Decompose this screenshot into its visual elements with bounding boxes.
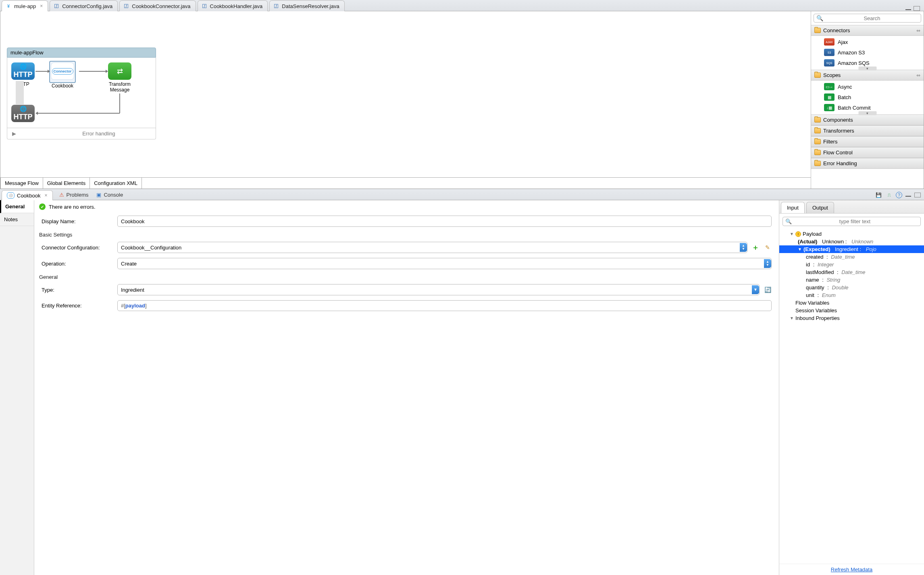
metadata-tab-output[interactable]: Output: [806, 202, 834, 213]
palette-item-batch[interactable]: ▦ Batch: [823, 92, 924, 102]
tree-field-lastmodified[interactable]: lastModified : Date_time: [783, 268, 920, 276]
display-name-input[interactable]: [117, 216, 772, 227]
add-config-button[interactable]: ＋: [751, 243, 760, 251]
tab-datasense-resolver[interactable]: 🄹 DataSenseResolver.java: [269, 0, 344, 11]
error-handling-section[interactable]: ▶ Error handling: [7, 128, 156, 139]
palette-category-flow-control[interactable]: Flow Control: [811, 147, 924, 158]
metadata-panel: Input Output 🔍 ▼ ! Payload (Actual) Unkn…: [779, 200, 924, 575]
tree-node-actual[interactable]: (Actual) Unknown : Unknown: [783, 238, 920, 245]
entity-ref-input[interactable]: #[payload]: [117, 300, 772, 311]
flow-canvas[interactable]: mule-appFlow 🌐HTTP HTTP Connector: [0, 11, 811, 189]
metadata-filter[interactable]: 🔍: [782, 217, 921, 226]
type-select[interactable]: Ingredient ▼: [117, 284, 760, 295]
category-label: Connectors: [823, 27, 850, 33]
category-label: Scopes: [823, 72, 841, 78]
tab-cookbook-connector[interactable]: 🄹 CookbookConnector.java: [119, 0, 196, 11]
tree-field-created[interactable]: created : Date_time: [783, 253, 920, 261]
row-type: Type: Ingredient ▼ 🔄: [39, 284, 772, 295]
collapse-icon[interactable]: ▼: [790, 232, 794, 236]
connector-icon: Connector: [51, 62, 74, 80]
select-arrows-icon: ▲▼: [740, 243, 747, 252]
processor-transform[interactable]: ⇄ Transform Message: [108, 62, 131, 93]
vtab-general[interactable]: General: [0, 200, 34, 213]
tree-node-flow-vars[interactable]: Flow Variables: [783, 299, 920, 307]
folder-icon: [814, 73, 821, 78]
operation-label: Operation:: [39, 261, 113, 267]
more-items-indicator[interactable]: ▾: [858, 111, 876, 115]
palette-search-input[interactable]: [826, 15, 918, 21]
row-connector-config: Connector Configuration: Cookbook__Confi…: [39, 242, 772, 253]
category-label: Error Handling: [823, 160, 857, 166]
metadata-tree: ▼ ! Payload (Actual) Unknown : Unknown ▼…: [779, 229, 924, 564]
save-icon[interactable]: 💾: [875, 191, 882, 199]
tab-label: mule-app: [14, 3, 36, 9]
processor-http-response[interactable]: 🌐HTTP: [11, 105, 35, 124]
tree-field-id[interactable]: id : Integer: [783, 261, 920, 268]
palette-category-filters[interactable]: Filters: [811, 136, 924, 147]
maximize-icon[interactable]: [914, 6, 920, 11]
close-icon[interactable]: ×: [45, 193, 48, 198]
help-icon[interactable]: ?: [896, 192, 902, 198]
tab-cookbook-handler[interactable]: 🄹 CookbookHandler.java: [198, 0, 268, 11]
tab-message-flow[interactable]: Message Flow: [0, 178, 43, 189]
minimize-icon[interactable]: [905, 7, 911, 10]
tree-node-session-vars[interactable]: Session Variables: [783, 307, 920, 314]
tab-mule-app[interactable]: ¥ mule-app ×: [2, 0, 48, 11]
refresh-type-button[interactable]: 🔄: [764, 286, 772, 294]
tree-node-inbound-props[interactable]: ▼Inbound Properties: [783, 314, 920, 322]
view-tab-cookbook[interactable]: ⚪ Cookbook ×: [2, 190, 53, 200]
tab-label: ConnectorConfig.java: [62, 3, 112, 9]
lower-views: ⚪ Cookbook × ⚠ Problems ▣ Console 💾 ⎍ ? …: [0, 189, 924, 575]
tab-global-elements[interactable]: Global Elements: [43, 178, 90, 189]
palette-item-async[interactable]: ▭→ Async: [823, 81, 924, 92]
category-label: Flow Control: [823, 149, 853, 156]
problems-icon: ⚠: [59, 192, 64, 198]
vtab-notes[interactable]: Notes: [0, 213, 34, 226]
refresh-metadata-link[interactable]: Refresh Metadata: [831, 567, 872, 573]
tree-field-unit[interactable]: unit : Enum: [783, 291, 920, 299]
tab-configuration-xml[interactable]: Configuration XML: [90, 178, 142, 189]
more-items-indicator[interactable]: ▾: [858, 66, 876, 71]
operation-select[interactable]: Create ▲▼: [117, 258, 772, 269]
collapse-icon[interactable]: ▼: [798, 247, 802, 251]
palette-item-amazon-s3[interactable]: S3 Amazon S3: [823, 47, 924, 58]
palette-item-ajax[interactable]: AJAX Ajax: [823, 37, 924, 47]
palette-category-scopes[interactable]: Scopes ⇔: [811, 70, 924, 81]
folder-icon: [814, 117, 821, 122]
metadata-filter-input[interactable]: [792, 218, 918, 224]
palette-category-transformers[interactable]: Transformers: [811, 125, 924, 136]
tree-node-payload[interactable]: ▼ ! Payload: [783, 230, 920, 238]
metadata-tab-input[interactable]: Input: [781, 202, 805, 213]
close-icon[interactable]: ×: [40, 3, 43, 9]
tree-field-name[interactable]: name : String: [783, 276, 920, 284]
palette-category-components[interactable]: Components: [811, 114, 924, 125]
edit-config-button[interactable]: ✎: [764, 243, 772, 251]
flow-title[interactable]: mule-appFlow: [7, 48, 156, 58]
minimize-icon[interactable]: [905, 193, 911, 197]
expr-value: payload: [125, 303, 145, 309]
folder-icon: [814, 28, 821, 33]
palette-category-connectors[interactable]: Connectors ⇔: [811, 25, 924, 36]
expand-icon[interactable]: ▶: [12, 131, 16, 137]
processor-cookbook[interactable]: Connector Cookbook: [49, 61, 76, 89]
palette-search[interactable]: 🔍: [814, 14, 921, 23]
expr-prefix: #[: [121, 303, 125, 309]
connector-config-select[interactable]: Cookbook__Configuration ▲▼: [117, 242, 747, 253]
tree-field-quantity[interactable]: quantity : Double: [783, 284, 920, 291]
collapse-icon[interactable]: ▼: [790, 316, 794, 320]
tab-connector-config[interactable]: 🄹 ConnectorConfig.java: [50, 0, 118, 11]
palette-scopes-items: ▭→ Async ▦ Batch ↓▦ Batch Commit ▾: [811, 81, 924, 114]
java-file-icon: 🄹: [273, 3, 279, 9]
structure-icon[interactable]: ⎍: [885, 191, 893, 199]
link-icon[interactable]: ⇔: [916, 28, 920, 33]
view-tab-problems[interactable]: ⚠ Problems: [55, 190, 93, 199]
link-icon[interactable]: ⇔: [916, 73, 920, 78]
palette-category-error-handling[interactable]: Error Handling: [811, 158, 924, 169]
tree-node-expected[interactable]: ▼ (Expected) Ingredient : Pojo: [779, 245, 924, 253]
actual-label: (Actual): [798, 239, 817, 245]
maximize-icon[interactable]: [914, 193, 921, 197]
view-tab-console[interactable]: ▣ Console: [92, 190, 127, 199]
java-file-icon: 🄹: [201, 3, 208, 9]
item-label: Async: [838, 84, 852, 90]
folder-icon: [814, 161, 821, 166]
